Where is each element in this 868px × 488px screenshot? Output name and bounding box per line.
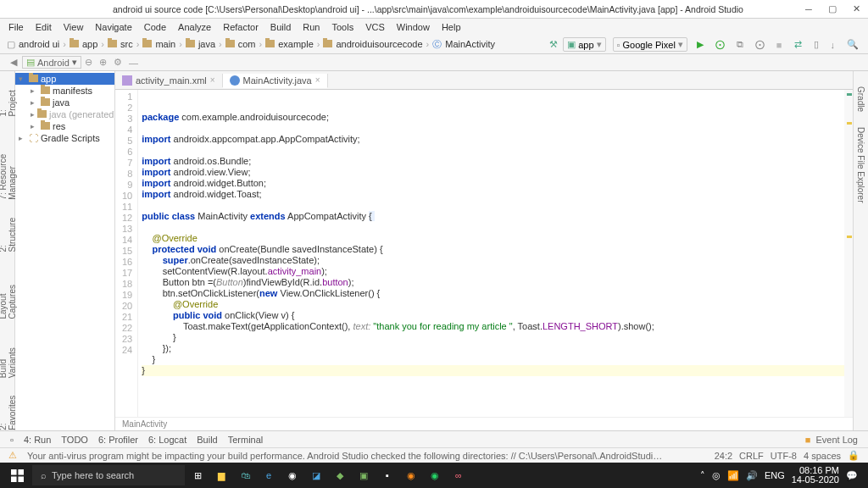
menu-view[interactable]: View xyxy=(58,20,89,34)
error-stripe[interactable] xyxy=(844,90,853,417)
tray-language-icon[interactable]: ENG xyxy=(765,470,785,480)
app-whatsapp-icon[interactable]: ◉ xyxy=(424,463,446,488)
menu-build[interactable]: Build xyxy=(265,20,296,34)
project-tree[interactable]: ▾app▸manifests▸java▸java (generated)▸res… xyxy=(15,71,114,430)
tool-window-tab[interactable]: 2: Favorites xyxy=(0,393,17,430)
project-arrow-icon[interactable]: ◀ xyxy=(5,57,22,68)
tree-item[interactable]: ▸manifests xyxy=(15,85,114,97)
breadcrumb-item[interactable]: example xyxy=(276,39,315,49)
tree-item[interactable]: ▸⛶Gradle Scripts xyxy=(15,132,114,144)
menu-code[interactable]: Code xyxy=(139,20,171,34)
tab-close-icon[interactable]: × xyxy=(210,75,215,85)
sync-gradle-button[interactable]: ⇄ xyxy=(790,37,806,52)
editor-tab[interactable]: MainActivity.java× xyxy=(223,74,328,88)
stop-button[interactable]: ■ xyxy=(772,38,787,52)
app-vscode-icon[interactable]: ◪ xyxy=(305,463,327,488)
device-selector[interactable]: ▫Google Pixel▾ xyxy=(613,37,687,52)
taskbar-clock[interactable]: 08:16 PM14-05-2020 xyxy=(792,466,839,485)
tool-window-tab[interactable]: Device File Explorer xyxy=(856,127,865,202)
run-config-selector[interactable]: ▣app▾ xyxy=(563,37,605,52)
menu-refactor[interactable]: Refactor xyxy=(218,20,264,34)
close-button[interactable]: ✕ xyxy=(844,0,868,19)
app-store-icon[interactable]: 🛍 xyxy=(234,463,256,488)
app-edge-icon[interactable]: e xyxy=(258,463,280,488)
menu-tools[interactable]: Tools xyxy=(326,20,359,34)
expand-icon[interactable]: ⊕ xyxy=(96,57,110,68)
editor-tab[interactable]: activity_main.xml× xyxy=(115,74,223,87)
debug-button[interactable]: ⨀ xyxy=(711,37,729,52)
code-editor[interactable]: 123456789101112131415161718192021222324 … xyxy=(115,90,853,417)
menu-file[interactable]: File xyxy=(3,20,29,34)
breadcrumb-item[interactable]: com xyxy=(236,39,258,49)
app-firefox-icon[interactable]: ◉ xyxy=(400,463,422,488)
tree-item[interactable]: ▸java (generated) xyxy=(15,108,114,120)
bottom-tool-tab[interactable]: 4: Run xyxy=(19,433,56,446)
bottom-tool-tab[interactable]: Terminal xyxy=(223,433,269,446)
profile-button[interactable]: ⧉ xyxy=(732,37,748,52)
bottom-tool-tab[interactable]: 6: Profiler xyxy=(93,433,143,446)
tray-volume-icon[interactable]: 🔊 xyxy=(746,470,758,481)
task-view-icon[interactable]: ⊞ xyxy=(186,463,209,488)
tool-window-tab[interactable]: Layout Captures xyxy=(0,267,17,319)
breadcrumb-item[interactable]: java xyxy=(197,39,217,49)
editor-breadcrumb[interactable]: MainActivity xyxy=(115,417,853,430)
hide-icon[interactable]: — xyxy=(125,58,142,68)
breadcrumb-item[interactable]: android ui xyxy=(17,39,61,49)
start-button[interactable] xyxy=(3,463,31,488)
search-everywhere-button[interactable]: 🔍 xyxy=(843,37,863,52)
tree-item[interactable]: ▸res xyxy=(15,120,114,132)
tree-item[interactable]: ▾app xyxy=(15,73,114,85)
breadcrumb-item[interactable]: app xyxy=(81,39,99,49)
menu-vcs[interactable]: VCS xyxy=(360,20,390,34)
menu-edit[interactable]: Edit xyxy=(31,20,57,34)
tool-window-tab[interactable]: Build Variants xyxy=(0,335,17,378)
collapse-icon[interactable]: ⊖ xyxy=(81,57,96,68)
run-button[interactable]: ▶ xyxy=(693,37,708,52)
tool-window-tab[interactable]: 7: Resource Manager xyxy=(0,131,17,200)
build-hammer-icon[interactable]: ⚒ xyxy=(549,39,558,50)
tab-close-icon[interactable]: × xyxy=(315,75,320,85)
minimize-button[interactable]: ─ xyxy=(797,0,821,19)
event-log-button[interactable]: Event Log xyxy=(800,433,863,446)
indent-setting[interactable]: 4 spaces xyxy=(800,451,844,461)
menu-analyze[interactable]: Analyze xyxy=(173,20,216,34)
breadcrumb-item[interactable]: main xyxy=(153,39,177,49)
app-explorer-icon[interactable]: ▆ xyxy=(210,463,232,488)
maximize-button[interactable]: ▢ xyxy=(821,0,844,19)
tray-notifications-icon[interactable]: 💬 xyxy=(846,470,858,481)
app-chrome-icon[interactable]: ◉ xyxy=(281,463,303,488)
app-pycharm-icon[interactable]: ▣ xyxy=(353,463,375,488)
bottom-tool-tab[interactable]: TODO xyxy=(56,433,93,446)
attach-debugger-button[interactable]: ⨀ xyxy=(751,37,769,52)
menu-window[interactable]: Window xyxy=(392,20,435,34)
bottom-tool-tab[interactable]: 6: Logcat xyxy=(143,433,192,446)
breadcrumb-item[interactable]: MainActivity xyxy=(443,39,497,49)
tray-chevron-icon[interactable]: ˄ xyxy=(700,470,705,481)
avd-manager-button[interactable]: ▯ xyxy=(810,37,823,52)
lock-icon[interactable]: 🔒 xyxy=(844,450,863,461)
tool-window-tab[interactable]: 1: Project xyxy=(0,86,17,116)
breadcrumb-item[interactable]: androiduisourcecode xyxy=(334,39,424,49)
settings-gear-icon[interactable]: ⚙ xyxy=(110,57,125,68)
tray-location-icon[interactable]: ◎ xyxy=(712,470,721,481)
code-content[interactable]: package com.example.androiduisourcecode;… xyxy=(138,90,853,417)
app-androidstudio-icon[interactable]: ◆ xyxy=(329,463,351,488)
bottom-messages-icon[interactable]: ▫ xyxy=(5,433,19,446)
menu-help[interactable]: Help xyxy=(437,20,466,34)
taskbar-search[interactable]: ⌕Type here to search xyxy=(32,465,185,485)
line-separator[interactable]: CRLF xyxy=(736,451,767,461)
system-tray[interactable]: ˄ ◎ 📶 🔊 ENG 08:16 PM14-05-2020 💬 xyxy=(693,466,865,485)
tool-window-tab[interactable]: Gradle xyxy=(856,86,865,112)
tool-window-tab[interactable]: 2: Structure xyxy=(0,215,17,252)
tray-wifi-icon[interactable]: 📶 xyxy=(727,470,739,481)
breadcrumb-item[interactable]: src xyxy=(119,39,135,49)
tree-item[interactable]: ▸java xyxy=(15,97,114,108)
project-view-selector[interactable]: ▤Android▾ xyxy=(22,56,81,69)
menu-navigate[interactable]: Navigate xyxy=(90,20,136,34)
sdk-manager-button[interactable]: ↓ xyxy=(826,38,840,52)
bottom-tool-tab[interactable]: Build xyxy=(192,433,222,446)
app-cmd-icon[interactable]: ▪ xyxy=(376,463,398,488)
app-other-icon[interactable]: ∞ xyxy=(448,463,470,488)
menu-run[interactable]: Run xyxy=(298,20,325,34)
file-encoding[interactable]: UTF-8 xyxy=(767,451,800,461)
